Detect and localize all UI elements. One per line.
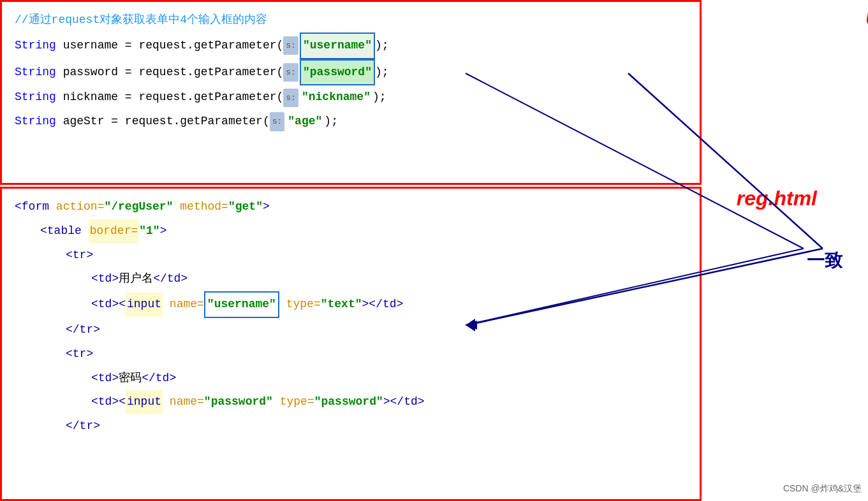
- hint2: s:: [283, 63, 298, 82]
- html-td-open1: <td>: [91, 267, 119, 291]
- html-line-td-input-password: <td>< input name= "password" type= "pass…: [91, 390, 687, 414]
- html-attr-type2: type=: [280, 390, 314, 414]
- html-td-close3: </td>: [142, 367, 176, 391]
- html-val-action: "/regUser": [104, 195, 173, 219]
- main-container: //通过request对象获取表单中4个输入框的内容 String userna…: [0, 0, 868, 501]
- yizhi-label: 一致: [807, 249, 842, 273]
- req4: request: [125, 110, 173, 134]
- html-input-space4: [273, 390, 280, 414]
- top-code-block: //通过request对象获取表单中4个输入框的内容 String userna…: [2, 2, 700, 140]
- req1: request: [138, 34, 187, 58]
- code-line-1: String username = request .getParameter(…: [15, 33, 687, 59]
- string-username: "username": [300, 33, 375, 59]
- eq4: =: [104, 110, 124, 134]
- method4: .getParameter(: [173, 110, 269, 134]
- html-td-open3: <td>: [91, 367, 119, 391]
- html-line-td-password-label: <td> 密码 </td>: [91, 367, 687, 391]
- top-section: //通过request对象获取表单中4个输入框的内容 String userna…: [0, 0, 702, 185]
- html-text-username: 用户名: [119, 267, 153, 291]
- html-line-tr2-close: </tr>: [66, 414, 687, 439]
- kw-string: String: [15, 34, 63, 58]
- code-line-4: String ageStr = request .getParameter( s…: [15, 110, 687, 134]
- bottom-code-block: <form action= "/regUser" method= "get" >…: [2, 189, 700, 445]
- user-controller-label: UserController: [865, 6, 868, 30]
- var-nickname: nickname: [63, 85, 118, 110]
- html-val-border: "1": [139, 219, 159, 243]
- eq3: =: [118, 85, 138, 110]
- html-input-close2: ></td>: [383, 390, 425, 414]
- html-input-close1: ></td>: [362, 293, 404, 317]
- html-line-form: <form action= "/regUser" method= "get" >: [15, 195, 687, 219]
- html-line-td-input-username: <td>< input name= "username" type= "text…: [91, 291, 687, 318]
- html-tr2-open: <tr>: [66, 342, 93, 367]
- string-age: "age": [286, 110, 324, 134]
- hint3: s:: [283, 89, 298, 107]
- html-line-td-username-label: <td> 用户名 </td>: [91, 267, 687, 291]
- html-table-open: <table: [40, 219, 82, 243]
- html-attr-type1: type=: [286, 293, 321, 317]
- html-input-space3: [163, 390, 170, 414]
- html-form-open: <form: [15, 195, 49, 219]
- html-tr1-close: </tr>: [66, 318, 100, 342]
- semi1: );: [375, 34, 389, 58]
- var-agestr: ageStr: [63, 110, 105, 134]
- req3: request: [138, 85, 187, 110]
- hint1: s:: [283, 36, 298, 55]
- html-input-tag2: input: [126, 390, 163, 414]
- html-attr-border: border=: [89, 219, 140, 243]
- watermark: CSDN @炸鸡&汉堡: [783, 483, 862, 495]
- html-attr-method: method=: [180, 195, 228, 219]
- string-nickname: "nickname": [300, 85, 372, 110]
- string-password: "password": [300, 59, 375, 86]
- html-val-name-username: "username": [204, 291, 279, 318]
- html-val-name-password: "password": [204, 390, 273, 414]
- bottom-section: <form action= "/regUser" method= "get" >…: [0, 187, 702, 501]
- method1: .getParameter(: [187, 34, 283, 58]
- method2: .getParameter(: [187, 61, 283, 85]
- kw-string3: String: [15, 85, 63, 110]
- html-attr-action: action=: [56, 195, 105, 219]
- code-line-2: String password = request .getParameter(…: [15, 59, 687, 86]
- semi3: );: [372, 85, 386, 110]
- html-form-space: [49, 195, 56, 219]
- eq1: =: [118, 34, 138, 58]
- html-td-open4: <td><: [91, 390, 126, 414]
- reg-html-label: reg.html: [737, 187, 817, 210]
- html-input-tag: input: [126, 293, 163, 317]
- html-attr-name2: name=: [170, 390, 204, 414]
- var-password: password: [63, 61, 118, 85]
- html-line-tr2: <tr>: [66, 342, 687, 367]
- html-text-password: 密码: [119, 367, 142, 391]
- kw-string2: String: [15, 61, 63, 85]
- html-val-method: "get": [228, 195, 263, 219]
- html-td-close1: </td>: [153, 267, 188, 291]
- var-username: username: [63, 34, 118, 58]
- html-line-tr1-close: </tr>: [66, 318, 687, 342]
- semi4: );: [324, 110, 338, 134]
- eq2: =: [118, 61, 138, 85]
- html-tr2-close: </tr>: [66, 414, 100, 439]
- comment-text: //通过request对象获取表单中4个输入框的内容: [15, 8, 267, 33]
- code-line-3: String nickname = request .getParameter(…: [15, 85, 687, 110]
- html-form-close-bracket: >: [263, 195, 270, 219]
- html-input-space2: [279, 293, 286, 317]
- hint4: s:: [270, 112, 285, 131]
- html-val-type1: "text": [321, 293, 362, 317]
- html-line-table: <table border= "1" >: [40, 219, 687, 243]
- html-attr-name: name=: [170, 293, 204, 317]
- kw-string4: String: [15, 110, 63, 134]
- comment-line: //通过request对象获取表单中4个输入框的内容: [15, 8, 687, 33]
- html-td-open2: <td><: [91, 293, 126, 317]
- method3: .getParameter(: [187, 85, 283, 110]
- html-input-space: [163, 293, 170, 317]
- html-val-type2: "password": [314, 390, 383, 414]
- html-line-tr1: <tr>: [66, 243, 687, 268]
- req2: request: [138, 61, 187, 85]
- html-space2: [173, 195, 180, 219]
- html-tr1-open: <tr>: [66, 243, 93, 268]
- html-table-close-bracket: >: [160, 219, 167, 243]
- semi2: );: [375, 61, 389, 85]
- html-table-space: [82, 219, 89, 243]
